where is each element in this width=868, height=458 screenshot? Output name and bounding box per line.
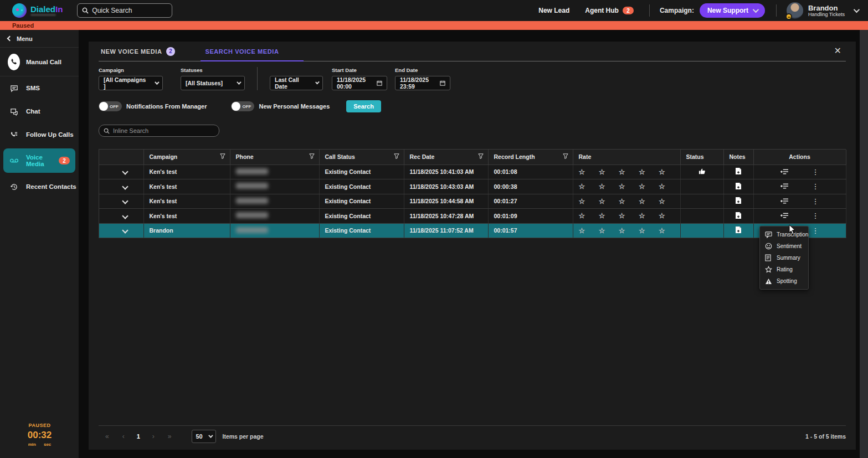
column-record-length[interactable]: Record Length (488, 150, 573, 164)
star-rating[interactable]: ☆ ☆ ☆ ☆ ☆ (579, 182, 670, 191)
top-bar: DialedIn New Lead Agent Hub 2 Campaign: … (0, 0, 868, 21)
chat-icon (8, 105, 20, 117)
table-row[interactable]: Ken's testExisting Contact11/18/2025 10:… (99, 194, 846, 209)
sidebar-item-label: Manual Call (26, 59, 61, 65)
previous-page-button[interactable]: ‹ (122, 433, 125, 440)
filter-icon[interactable] (478, 153, 484, 159)
table-row[interactable]: BrandonExisting Contact11/18/2025 11:07:… (99, 223, 846, 238)
start-date-input[interactable]: 11/18/2025 00:00 (332, 76, 387, 90)
cell-rate: ☆ ☆ ☆ ☆ ☆ (573, 179, 680, 194)
row-expand-icon[interactable] (122, 169, 128, 175)
cell-actions: ⋮ (753, 164, 846, 179)
add-note-icon[interactable] (732, 212, 745, 219)
cell-call-status: Existing Contact (319, 209, 404, 224)
inline-search-input[interactable] (113, 127, 214, 134)
column-campaign[interactable]: Campaign (143, 150, 230, 164)
date-type-select[interactable]: Last Call Date (270, 76, 323, 90)
inline-search-box[interactable] (99, 125, 219, 137)
filter-icon[interactable] (220, 153, 225, 159)
next-page-button[interactable]: › (152, 433, 155, 440)
summary-icon (765, 254, 772, 261)
add-note-icon[interactable] (732, 226, 745, 234)
playlist-edit-icon[interactable] (777, 212, 792, 219)
playlist-edit-icon[interactable] (777, 183, 792, 190)
row-more-options-icon[interactable]: ⋮ (809, 227, 823, 235)
star-rating[interactable]: ☆ ☆ ☆ ☆ ☆ (579, 212, 670, 220)
chevron-down-icon (155, 80, 159, 84)
add-note-icon[interactable] (732, 197, 745, 204)
column-call-status[interactable]: Call Status (319, 150, 404, 164)
sidebar-item-chat[interactable]: Chat (0, 100, 79, 123)
nav-agent-hub[interactable]: Agent Hub 2 (585, 7, 634, 14)
table-row[interactable]: Ken's testExisting Contact11/18/2025 10:… (99, 179, 846, 194)
chevron-down-icon (208, 433, 213, 438)
row-more-options-icon[interactable]: ⋮ (809, 212, 823, 220)
first-page-button[interactable]: « (105, 433, 109, 440)
row-expand-icon[interactable] (122, 183, 128, 189)
timer-unit-sec: sec (44, 442, 51, 447)
row-expand-icon[interactable] (122, 228, 128, 234)
chevron-down-icon[interactable] (854, 7, 860, 13)
table-row[interactable]: Ken's testExisting Contact11/18/2025 10:… (99, 209, 846, 224)
nav-new-lead[interactable]: New Lead (538, 7, 569, 14)
redacted-phone (236, 198, 268, 204)
row-more-options-icon[interactable]: ⋮ (809, 182, 823, 191)
filter-icon[interactable] (563, 153, 568, 159)
notifications-from-manager-toggle[interactable]: OFF (99, 101, 122, 111)
row-more-options-icon[interactable]: ⋮ (809, 197, 823, 205)
quick-search-box[interactable] (77, 3, 172, 18)
page-number[interactable]: 1 (137, 433, 140, 440)
calendar-icon[interactable] (377, 80, 382, 86)
calendar-icon[interactable] (440, 80, 445, 86)
filter-icon[interactable] (309, 153, 315, 159)
column-phone[interactable]: Phone (230, 150, 319, 164)
context-menu-item-sentiment[interactable]: Sentiment (760, 240, 808, 252)
row-expand-icon[interactable] (122, 198, 128, 204)
new-personal-messages-toggle[interactable]: OFF (231, 101, 254, 111)
sidebar-item-label: Voice Media (26, 154, 59, 167)
statuses-filter-select[interactable]: [All Statuses] (181, 76, 245, 90)
star-rating[interactable]: ☆ ☆ ☆ ☆ ☆ (579, 168, 670, 176)
campaign-filter-select[interactable]: [All Campaigns ] (99, 76, 163, 90)
last-page-button[interactable]: » (168, 433, 172, 440)
sidebar-item-voice-media[interactable]: Voice Media 2 (3, 148, 75, 173)
star-rating[interactable]: ☆ ☆ ☆ ☆ ☆ (579, 197, 670, 205)
sidebar-item-manual-call[interactable]: Manual Call (0, 48, 79, 76)
quick-search-input[interactable] (92, 7, 167, 14)
column-rec-date[interactable]: Rec Date (404, 150, 488, 164)
menu-collapse-button[interactable]: Menu (0, 30, 79, 48)
sidebar-item-sms[interactable]: SMS (0, 76, 79, 100)
add-note-icon[interactable] (732, 182, 745, 190)
playlist-edit-icon[interactable] (777, 168, 792, 176)
tab-search-voice-media[interactable]: SEARCH VOICE MEDIA (203, 42, 281, 61)
sidebar: Menu Manual Call SMS Chat Follow Up Call… (0, 30, 79, 458)
transcription-icon (765, 231, 772, 238)
star-rating[interactable]: ☆ ☆ ☆ ☆ ☆ (579, 227, 670, 235)
context-menu-item-summary[interactable]: Summary (760, 252, 808, 264)
tab-new-voice-media[interactable]: NEW VOICE MEDIA 2 (99, 42, 177, 61)
campaign-select-button[interactable]: New Support (700, 3, 765, 18)
sidebar-item-recent-contacts[interactable]: Recent Contacts (0, 175, 79, 198)
page-scrollbar[interactable] (860, 21, 868, 458)
row-more-options-icon[interactable]: ⋮ (809, 168, 823, 176)
end-date-input[interactable]: 11/18/2025 23:59 (395, 76, 450, 90)
page-size-select[interactable]: 50 (192, 430, 216, 443)
cell-notes (723, 209, 753, 224)
row-actions-context-menu: TranscriptionSentimentSummaryRatingSpott… (759, 226, 809, 290)
sidebar-item-follow-up-calls[interactable]: Follow Up Calls (0, 123, 79, 146)
user-menu[interactable]: Brandon Handling Tickets (787, 2, 858, 19)
new-voice-media-badge: 2 (166, 47, 175, 56)
logo-icon (12, 3, 27, 18)
context-menu-item-spotting[interactable]: Spotting (760, 275, 808, 287)
context-menu-item-transcription[interactable]: Transcription (760, 229, 808, 240)
close-icon[interactable]: ✕ (834, 47, 841, 55)
table-row[interactable]: Ken's testExisting Contact11/18/2025 10:… (99, 164, 846, 179)
add-note-icon[interactable] (732, 167, 745, 175)
row-expand-icon[interactable] (122, 213, 128, 219)
toggles-row: OFF Notifications From Manager OFF New P… (99, 100, 846, 112)
search-button[interactable]: Search (346, 100, 381, 112)
playlist-edit-icon[interactable] (777, 198, 792, 205)
cell-record-length: 00:01:27 (488, 194, 573, 209)
filter-icon[interactable] (394, 153, 399, 159)
context-menu-item-rating[interactable]: Rating (760, 264, 808, 275)
